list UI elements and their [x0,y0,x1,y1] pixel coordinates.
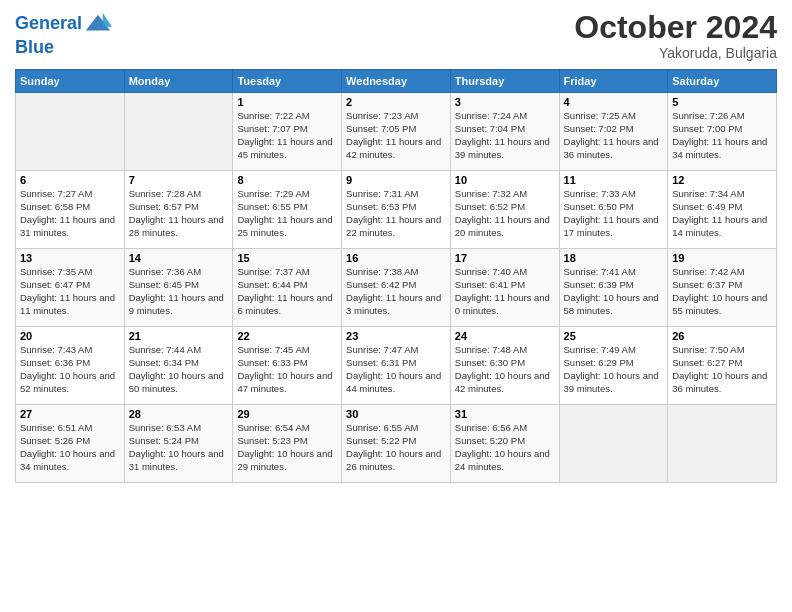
day-info: Sunrise: 7:32 AMSunset: 6:52 PMDaylight:… [455,188,555,239]
day-info: Sunrise: 6:55 AMSunset: 5:22 PMDaylight:… [346,422,446,473]
month-title: October 2024 [574,10,777,45]
calendar-cell [559,405,668,483]
day-info: Sunrise: 7:22 AMSunset: 7:07 PMDaylight:… [237,110,337,161]
calendar-cell: 2Sunrise: 7:23 AMSunset: 7:05 PMDaylight… [342,93,451,171]
calendar-cell: 16Sunrise: 7:38 AMSunset: 6:42 PMDayligh… [342,249,451,327]
day-info: Sunrise: 7:50 AMSunset: 6:27 PMDaylight:… [672,344,772,395]
calendar-cell: 6Sunrise: 7:27 AMSunset: 6:58 PMDaylight… [16,171,125,249]
location-subtitle: Yakoruda, Bulgaria [574,45,777,61]
calendar-table: SundayMondayTuesdayWednesdayThursdayFrid… [15,69,777,483]
day-number: 26 [672,330,772,342]
day-info: Sunrise: 7:47 AMSunset: 6:31 PMDaylight:… [346,344,446,395]
calendar-week-row: 13Sunrise: 7:35 AMSunset: 6:47 PMDayligh… [16,249,777,327]
day-number: 21 [129,330,229,342]
calendar-week-row: 6Sunrise: 7:27 AMSunset: 6:58 PMDaylight… [16,171,777,249]
calendar-cell [16,93,125,171]
calendar-cell: 19Sunrise: 7:42 AMSunset: 6:37 PMDayligh… [668,249,777,327]
day-number: 7 [129,174,229,186]
day-info: Sunrise: 7:31 AMSunset: 6:53 PMDaylight:… [346,188,446,239]
day-number: 20 [20,330,120,342]
day-number: 17 [455,252,555,264]
day-info: Sunrise: 7:25 AMSunset: 7:02 PMDaylight:… [564,110,664,161]
calendar-cell: 27Sunrise: 6:51 AMSunset: 5:26 PMDayligh… [16,405,125,483]
day-info: Sunrise: 7:48 AMSunset: 6:30 PMDaylight:… [455,344,555,395]
page-header: General Blue October 2024 Yakoruda, Bulg… [15,10,777,61]
calendar-cell: 3Sunrise: 7:24 AMSunset: 7:04 PMDaylight… [450,93,559,171]
day-info: Sunrise: 6:51 AMSunset: 5:26 PMDaylight:… [20,422,120,473]
day-info: Sunrise: 7:28 AMSunset: 6:57 PMDaylight:… [129,188,229,239]
day-number: 30 [346,408,446,420]
calendar-cell: 25Sunrise: 7:49 AMSunset: 6:29 PMDayligh… [559,327,668,405]
calendar-cell: 9Sunrise: 7:31 AMSunset: 6:53 PMDaylight… [342,171,451,249]
page-container: General Blue October 2024 Yakoruda, Bulg… [0,0,792,493]
weekday-header-tuesday: Tuesday [233,70,342,93]
day-info: Sunrise: 7:41 AMSunset: 6:39 PMDaylight:… [564,266,664,317]
day-info: Sunrise: 7:49 AMSunset: 6:29 PMDaylight:… [564,344,664,395]
day-info: Sunrise: 7:23 AMSunset: 7:05 PMDaylight:… [346,110,446,161]
calendar-cell: 30Sunrise: 6:55 AMSunset: 5:22 PMDayligh… [342,405,451,483]
weekday-header-monday: Monday [124,70,233,93]
day-info: Sunrise: 6:56 AMSunset: 5:20 PMDaylight:… [455,422,555,473]
day-number: 14 [129,252,229,264]
calendar-cell: 8Sunrise: 7:29 AMSunset: 6:55 PMDaylight… [233,171,342,249]
calendar-cell: 5Sunrise: 7:26 AMSunset: 7:00 PMDaylight… [668,93,777,171]
calendar-cell: 28Sunrise: 6:53 AMSunset: 5:24 PMDayligh… [124,405,233,483]
calendar-cell: 31Sunrise: 6:56 AMSunset: 5:20 PMDayligh… [450,405,559,483]
day-info: Sunrise: 6:53 AMSunset: 5:24 PMDaylight:… [129,422,229,473]
logo-text-blue: Blue [15,37,54,57]
day-number: 18 [564,252,664,264]
calendar-cell: 15Sunrise: 7:37 AMSunset: 6:44 PMDayligh… [233,249,342,327]
calendar-cell [124,93,233,171]
title-block: October 2024 Yakoruda, Bulgaria [574,10,777,61]
calendar-cell [668,405,777,483]
calendar-cell: 29Sunrise: 6:54 AMSunset: 5:23 PMDayligh… [233,405,342,483]
day-number: 24 [455,330,555,342]
calendar-cell: 26Sunrise: 7:50 AMSunset: 6:27 PMDayligh… [668,327,777,405]
calendar-cell: 17Sunrise: 7:40 AMSunset: 6:41 PMDayligh… [450,249,559,327]
calendar-cell: 4Sunrise: 7:25 AMSunset: 7:02 PMDaylight… [559,93,668,171]
day-info: Sunrise: 7:29 AMSunset: 6:55 PMDaylight:… [237,188,337,239]
weekday-header-thursday: Thursday [450,70,559,93]
day-number: 4 [564,96,664,108]
calendar-cell: 24Sunrise: 7:48 AMSunset: 6:30 PMDayligh… [450,327,559,405]
calendar-cell: 12Sunrise: 7:34 AMSunset: 6:49 PMDayligh… [668,171,777,249]
day-number: 19 [672,252,772,264]
calendar-cell: 23Sunrise: 7:47 AMSunset: 6:31 PMDayligh… [342,327,451,405]
day-number: 16 [346,252,446,264]
calendar-week-row: 1Sunrise: 7:22 AMSunset: 7:07 PMDaylight… [16,93,777,171]
calendar-cell: 13Sunrise: 7:35 AMSunset: 6:47 PMDayligh… [16,249,125,327]
day-number: 10 [455,174,555,186]
day-info: Sunrise: 7:43 AMSunset: 6:36 PMDaylight:… [20,344,120,395]
day-info: Sunrise: 7:36 AMSunset: 6:45 PMDaylight:… [129,266,229,317]
calendar-cell: 10Sunrise: 7:32 AMSunset: 6:52 PMDayligh… [450,171,559,249]
weekday-header-saturday: Saturday [668,70,777,93]
calendar-cell: 18Sunrise: 7:41 AMSunset: 6:39 PMDayligh… [559,249,668,327]
day-info: Sunrise: 7:34 AMSunset: 6:49 PMDaylight:… [672,188,772,239]
calendar-cell: 14Sunrise: 7:36 AMSunset: 6:45 PMDayligh… [124,249,233,327]
calendar-header: SundayMondayTuesdayWednesdayThursdayFrid… [16,70,777,93]
day-info: Sunrise: 7:35 AMSunset: 6:47 PMDaylight:… [20,266,120,317]
weekday-header-friday: Friday [559,70,668,93]
weekday-header-sunday: Sunday [16,70,125,93]
logo: General Blue [15,10,112,58]
calendar-cell: 21Sunrise: 7:44 AMSunset: 6:34 PMDayligh… [124,327,233,405]
calendar-cell: 7Sunrise: 7:28 AMSunset: 6:57 PMDaylight… [124,171,233,249]
day-info: Sunrise: 7:37 AMSunset: 6:44 PMDaylight:… [237,266,337,317]
weekday-header-row: SundayMondayTuesdayWednesdayThursdayFrid… [16,70,777,93]
day-number: 1 [237,96,337,108]
logo-text-general: General [15,14,82,34]
day-number: 2 [346,96,446,108]
day-number: 23 [346,330,446,342]
day-info: Sunrise: 7:27 AMSunset: 6:58 PMDaylight:… [20,188,120,239]
day-info: Sunrise: 7:24 AMSunset: 7:04 PMDaylight:… [455,110,555,161]
day-info: Sunrise: 7:40 AMSunset: 6:41 PMDaylight:… [455,266,555,317]
day-number: 31 [455,408,555,420]
day-number: 13 [20,252,120,264]
calendar-week-row: 20Sunrise: 7:43 AMSunset: 6:36 PMDayligh… [16,327,777,405]
calendar-body: 1Sunrise: 7:22 AMSunset: 7:07 PMDaylight… [16,93,777,483]
calendar-cell: 20Sunrise: 7:43 AMSunset: 6:36 PMDayligh… [16,327,125,405]
calendar-week-row: 27Sunrise: 6:51 AMSunset: 5:26 PMDayligh… [16,405,777,483]
day-number: 6 [20,174,120,186]
day-number: 27 [20,408,120,420]
day-info: Sunrise: 7:38 AMSunset: 6:42 PMDaylight:… [346,266,446,317]
